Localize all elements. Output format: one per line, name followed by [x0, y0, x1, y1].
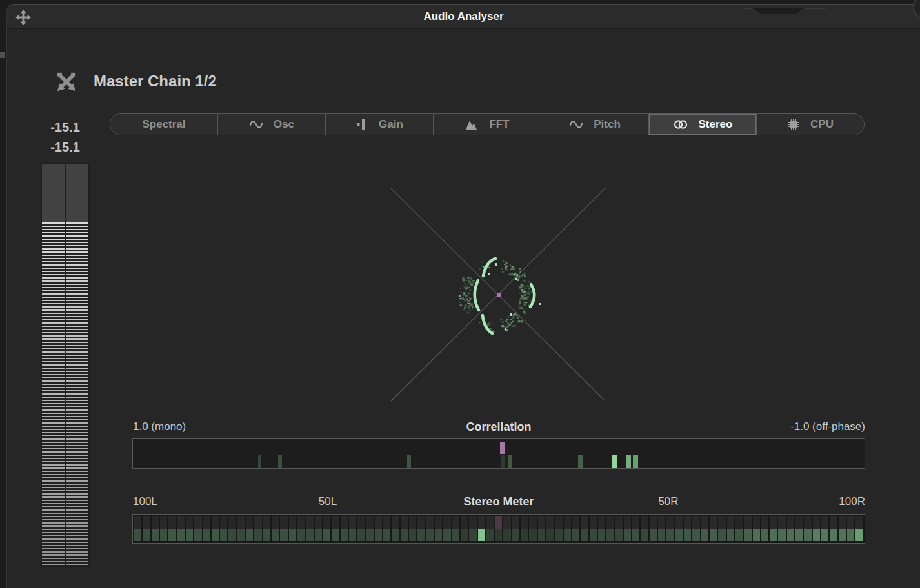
meter-segment	[701, 529, 708, 541]
meter-segment	[452, 516, 459, 529]
sine-icon	[249, 118, 263, 131]
meter-segment	[401, 516, 408, 529]
meter-segment	[357, 529, 365, 541]
meter-segment	[529, 516, 536, 529]
meter-segment	[804, 516, 811, 529]
meter-segment	[770, 516, 777, 529]
meter-segment	[375, 516, 382, 529]
meter-segment	[555, 516, 562, 529]
meter-segment	[426, 516, 434, 529]
meter-segment	[830, 529, 837, 541]
meter-segment	[306, 529, 313, 541]
meter-segment	[341, 529, 348, 541]
meter-segment	[555, 529, 562, 541]
tab-fft[interactable]: FFT	[434, 114, 541, 135]
analyser-tab-bar: SpectralOscGainFFTPitchStereoCPU	[110, 113, 865, 135]
meter-segment	[237, 529, 245, 541]
meter-segment	[658, 516, 665, 529]
meter-segment	[503, 516, 510, 529]
meter-segment	[546, 516, 554, 529]
meter-segment	[417, 516, 425, 529]
meter-segment	[821, 516, 828, 529]
meter-segment	[718, 516, 725, 529]
meter-segment	[486, 529, 494, 541]
correlation-meter	[132, 438, 865, 469]
correlation-tick	[407, 455, 411, 468]
meter-segment	[847, 529, 854, 541]
tab-label: CPU	[810, 118, 834, 131]
meter-segment	[692, 529, 699, 541]
stereo-vectorscope	[359, 173, 635, 415]
crossover-shuffle-icon[interactable]	[55, 71, 77, 93]
tab-spectral[interactable]: Spectral	[110, 114, 218, 135]
meter-segment	[366, 529, 373, 541]
meter-segment	[787, 516, 794, 529]
meter-segment	[495, 529, 502, 541]
meter-segment	[357, 516, 365, 529]
meter-segment	[572, 516, 579, 529]
meter-segment	[546, 529, 554, 541]
meter-segment	[795, 516, 803, 529]
meter-segment	[495, 516, 502, 529]
stereo-meter-title: Stereo Meter	[370, 495, 628, 509]
meter-segment	[675, 529, 683, 541]
tab-cpu[interactable]: CPU	[757, 114, 864, 135]
vu-meter-left	[42, 164, 65, 566]
meter-segment	[486, 516, 494, 529]
meter-segment	[538, 529, 545, 541]
meter-segment	[658, 529, 665, 541]
meter-segment	[366, 516, 373, 529]
meter-segment	[341, 516, 348, 529]
meter-segment	[641, 516, 648, 529]
meter-segment	[280, 516, 287, 529]
tab-label: Spectral	[142, 118, 185, 131]
meter-segment	[323, 516, 330, 529]
vu-readout-right: -15.1	[39, 140, 91, 155]
meter-segment	[409, 516, 416, 529]
meter-segment	[228, 516, 235, 529]
meter-segment	[409, 529, 416, 541]
correlation-tick	[626, 455, 631, 468]
vu-meter-right	[66, 164, 89, 566]
tab-gain[interactable]: Gain	[326, 114, 434, 135]
stereo-circles-icon	[673, 118, 688, 131]
meter-segment	[684, 516, 691, 529]
meter-segment	[795, 529, 803, 541]
tab-label: Pitch	[594, 118, 621, 131]
left-edge-mark	[0, 52, 5, 58]
tab-stereo[interactable]: Stereo	[649, 114, 757, 135]
meter-segment	[641, 529, 648, 541]
meter-segment	[778, 529, 785, 541]
meter-segment	[315, 529, 322, 541]
meter-segment	[332, 516, 339, 529]
meter-segment	[598, 516, 605, 529]
meter-segment	[186, 516, 193, 529]
meter-segment	[443, 529, 450, 541]
meter-segment	[839, 529, 846, 541]
meter-segment	[212, 529, 219, 541]
tab-pitch[interactable]: Pitch	[541, 114, 649, 135]
tab-osc[interactable]: Osc	[218, 114, 326, 135]
titlebar[interactable]: Audio Analyser	[7, 5, 920, 29]
meter-segment	[650, 529, 657, 541]
correlation-tick	[612, 455, 617, 468]
meter-segment	[710, 516, 717, 529]
meter-segment	[323, 529, 330, 541]
meter-segment	[160, 516, 167, 529]
meter-segment	[581, 529, 588, 541]
meter-segment	[332, 529, 339, 541]
meter-segment	[813, 529, 820, 541]
meter-segment	[417, 529, 425, 541]
correlation-tick	[278, 455, 282, 468]
meter-segment	[237, 516, 245, 529]
meter-segment	[220, 516, 227, 529]
meter-segment	[143, 516, 150, 529]
meter-segment	[675, 516, 683, 529]
meter-segment	[212, 516, 219, 529]
meter-segment	[469, 529, 476, 541]
meter-segment	[392, 516, 399, 529]
meter-segment	[839, 516, 846, 529]
meter-segment	[521, 516, 528, 529]
meter-segment	[727, 529, 734, 541]
meter-segment	[615, 516, 623, 529]
